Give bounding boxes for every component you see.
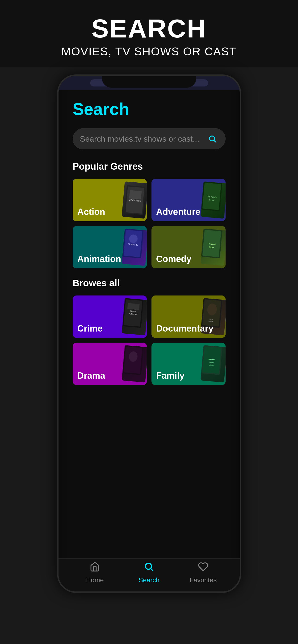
search-input[interactable]: Search movies,tv shows or cast... [80,134,206,144]
search-bar[interactable]: Search movies,tv shows or cast... [73,128,226,150]
adventure-poster: The Jungle Book [200,182,225,219]
action-poster: MECHANIC [121,182,146,219]
nav-label-search: Search [138,576,160,584]
genre-label-documentary: Documentary [156,324,214,334]
search-nav-icon [144,562,154,574]
genre-label-drama: Drama [77,371,105,381]
browes-all-label: Browes all [73,278,226,288]
all-genres-grid: Crime PEAKY BLINDERS Documentar [73,296,226,385]
search-icon[interactable] [206,133,218,145]
genre-card-crime[interactable]: Crime PEAKY BLINDERS [73,296,147,338]
comedy-poster: Rick and Morty [200,228,225,266]
popular-genres-label: Popular Genres [73,161,226,172]
genre-label-family: Family [156,371,185,381]
genre-card-adventure[interactable]: Adventure The Jungle Book [152,179,226,221]
popular-genres-grid: Action MECHANIC Adventure [73,179,226,268]
svg-text:social: social [209,318,213,320]
genre-label-comedy: Comedy [156,254,192,264]
nav-label-favorites: Favorites [190,576,217,584]
genre-card-action[interactable]: Action MECHANIC [73,179,147,221]
nav-item-home[interactable]: Home [74,562,116,584]
nav-label-home: Home [86,576,104,584]
crime-poster-container: PEAKY BLINDERS [108,296,147,338]
promo-section: SEARCH MOVIES, TV SHOWS OR CAST [0,0,298,68]
drama-poster [121,345,146,382]
comedy-poster-container: Rick and Morty [187,226,226,268]
svg-line-1 [214,140,215,142]
home-icon [90,562,100,574]
nav-item-favorites[interactable]: Favorites [182,562,224,584]
phone-content: Search Search movies,tv shows or cast...… [59,90,240,572]
phone-notch [102,76,196,88]
genre-card-family[interactable]: Family Malcolm in the Middle [152,342,226,385]
svg-line-37 [151,569,153,571]
family-poster: Malcolm in the Middle [200,345,225,382]
phone-device: Search Search movies,tv shows or cast...… [57,74,241,593]
svg-text:Morty: Morty [209,246,214,248]
genre-label-adventure: Adventure [156,207,201,217]
svg-text:in the: in the [209,361,214,363]
animation-poster: Cinderella [121,228,146,266]
family-poster-container: Malcolm in the Middle [187,342,226,385]
svg-text:Book: Book [209,199,214,201]
svg-rect-5 [129,190,141,199]
genre-card-comedy[interactable]: Comedy Rick and Morty [152,226,226,268]
bottom-nav: Home Search Favorites [59,558,240,592]
genre-label-crime: Crime [77,324,103,334]
action-poster-container: MECHANIC [108,179,147,221]
page-title: Search [73,100,226,119]
genre-card-drama[interactable]: Drama [73,342,147,385]
promo-subtitle: MOVIES, TV SHOWS OR CAST [10,45,288,58]
svg-rect-22 [127,303,139,310]
favorites-icon [198,562,208,574]
crime-poster: PEAKY BLINDERS [121,298,146,335]
genre-card-animation[interactable]: Animation Cinderella [73,226,147,268]
genre-label-animation: Animation [77,254,121,264]
genre-label-action: Action [77,207,105,217]
drama-poster-container [108,342,147,385]
promo-title: SEARCH [10,14,288,43]
genre-card-documentary[interactable]: Documentary social network [152,296,226,338]
nav-item-search[interactable]: Search [128,562,170,584]
